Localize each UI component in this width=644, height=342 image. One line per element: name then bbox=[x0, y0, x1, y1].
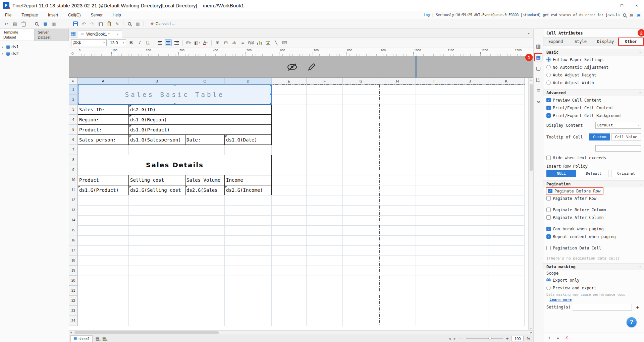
checkbox-paginate-before-column[interactable]: Paginate Before Column bbox=[543, 206, 644, 214]
cell-D10[interactable]: Income bbox=[225, 175, 272, 185]
help-button[interactable]: ? bbox=[627, 317, 637, 327]
column-header-A[interactable]: A bbox=[78, 78, 129, 84]
zoom-slider-thumb[interactable] bbox=[488, 337, 492, 340]
checkbox-pagination-data-cell[interactable]: Pagination Data Cell bbox=[543, 244, 644, 252]
column-header-C[interactable]: C bbox=[185, 78, 225, 84]
checkbox-print-export-cell-content[interactable]: ✓Print/Export Cell Content bbox=[543, 104, 644, 112]
section-data-masking[interactable]: Data masking ▾ bbox=[543, 263, 644, 270]
style-dropdown[interactable]: ❖ Classic L... bbox=[148, 21, 178, 26]
menu-cell-c[interactable]: Cell(C) bbox=[63, 11, 86, 19]
column-header-F[interactable]: F bbox=[307, 78, 343, 84]
insert-chart-button[interactable] bbox=[256, 39, 263, 46]
move-up-button[interactable]: ↑ bbox=[548, 335, 551, 340]
row-header-17[interactable]: 17 bbox=[69, 245, 78, 255]
row-header-6[interactable]: 6 bbox=[69, 135, 78, 145]
hide-preview-icon[interactable] bbox=[286, 63, 298, 71]
insert-image-button[interactable] bbox=[264, 39, 271, 46]
expand-icon[interactable]: ▸ bbox=[2, 52, 5, 55]
row-header-9[interactable]: 9 bbox=[69, 165, 78, 175]
add-dataset-button[interactable]: +▾ bbox=[3, 20, 10, 27]
cell-B10[interactable]: Selling cost bbox=[129, 175, 185, 185]
zoom-in-button[interactable]: + bbox=[506, 336, 509, 341]
selection-handle[interactable] bbox=[78, 103, 79, 105]
row-header-3[interactable]: 3 bbox=[69, 105, 78, 115]
radio-export-only[interactable]: Export only bbox=[543, 276, 644, 284]
section-pagination[interactable]: Pagination ▾ bbox=[543, 180, 644, 187]
dataset-item-ds2[interactable]: ▸ds2 bbox=[2, 50, 67, 57]
add-setting-button[interactable]: + bbox=[634, 304, 641, 310]
zoom-slider[interactable] bbox=[466, 338, 503, 339]
spreadsheet[interactable]: ABCDEFGHIJK12345678910111213141516171819… bbox=[69, 78, 525, 326]
checkbox-repeat-content-when-paging[interactable]: ✓Repeat content when paging bbox=[543, 233, 644, 240]
menu-insert[interactable]: Insert bbox=[43, 11, 63, 19]
row-header-18[interactable]: 18 bbox=[69, 255, 78, 266]
hyperlink-icon[interactable]: ∞ bbox=[534, 98, 542, 106]
row-header-12[interactable]: 12 bbox=[69, 195, 78, 205]
display-content-select[interactable]: Default ▾ bbox=[595, 122, 641, 129]
save-button[interactable] bbox=[72, 20, 79, 27]
scroll-right-icon[interactable]: ▶ bbox=[531, 331, 532, 334]
sheet-tab-sheet1[interactable]: ▦ sheet1 bbox=[70, 335, 93, 342]
tab-list-icon[interactable]: ▾ bbox=[528, 32, 532, 35]
checkbox-preview-cell-content[interactable]: ✓Preview Cell Content bbox=[543, 96, 644, 104]
selection-handle[interactable] bbox=[174, 103, 175, 105]
row-header-10[interactable]: 10 bbox=[69, 175, 78, 185]
delete-setting-button[interactable]: ✗ bbox=[566, 335, 568, 340]
font-size-select[interactable]: 13.0 ▾ bbox=[108, 39, 126, 46]
cell-A10[interactable]: Product bbox=[78, 175, 129, 185]
cell-attributes-icon[interactable]: ▥ bbox=[534, 42, 542, 50]
sidebar-tab-server-dataset[interactable]: ServerDataset bbox=[35, 29, 69, 41]
row-header-4[interactable]: 4 bbox=[69, 115, 78, 125]
tab-expand[interactable]: Expand bbox=[543, 38, 568, 46]
tab-workbook1[interactable]: ⊞ WorkBook1 * × bbox=[78, 30, 122, 38]
dataset-item-ds1[interactable]: ▸ds1 bbox=[2, 44, 67, 50]
connection-button[interactable] bbox=[42, 20, 49, 27]
delete-dataset-button[interactable] bbox=[20, 20, 27, 27]
scroll-down-icon[interactable]: ▼ bbox=[529, 327, 533, 330]
next-page-icon[interactable]: ▶ bbox=[454, 337, 456, 340]
log-status-text[interactable]: Log | Seriously:10:59:25 AWT-EventQueue-… bbox=[424, 13, 620, 17]
cell-B6[interactable]: ds1.G(Salesperson) bbox=[129, 135, 185, 145]
search-icon[interactable] bbox=[623, 13, 626, 17]
cell-B4[interactable]: ds1.G(Region) bbox=[129, 115, 272, 125]
undo-button[interactable]: ↶ bbox=[80, 20, 87, 27]
maximize-button[interactable]: □ bbox=[614, 0, 629, 11]
copy-button[interactable] bbox=[97, 20, 104, 27]
column-header-E[interactable]: E bbox=[272, 78, 307, 84]
vertical-scroll-thumb[interactable] bbox=[530, 84, 533, 171]
expand-icon[interactable]: ▸ bbox=[2, 45, 5, 49]
console-icon[interactable]: ▤ bbox=[630, 13, 633, 17]
wrap-text-button[interactable]: ab bbox=[231, 39, 238, 46]
cell-element-icon[interactable]: ▦1 bbox=[534, 53, 542, 61]
tooltip-custom-input[interactable] bbox=[595, 145, 641, 152]
cell-A1[interactable]: Sales Basic Table bbox=[78, 84, 272, 105]
merge-cells-button[interactable]: ⊞ bbox=[214, 39, 221, 46]
dataset-list-button[interactable]: ▤ bbox=[11, 20, 18, 27]
tooltip-option-cell-value[interactable]: Cell Value bbox=[611, 133, 641, 140]
cell-A11[interactable]: ds1.G(Product) bbox=[78, 185, 129, 195]
row-header-21[interactable]: 21 bbox=[69, 286, 78, 296]
row-header-5[interactable]: 5 bbox=[69, 125, 78, 135]
page-setup-button[interactable]: ▥ bbox=[134, 20, 141, 27]
checkbox-paginate-after-row[interactable]: Paginate After Row bbox=[543, 194, 644, 202]
row-header-14[interactable]: 14 bbox=[69, 215, 78, 225]
row-header-22[interactable]: 22 bbox=[69, 296, 78, 306]
cell-A5[interactable]: Product: bbox=[78, 125, 129, 135]
cell-B5[interactable]: ds1.G(Product) bbox=[129, 125, 272, 135]
cell-D11[interactable]: ds2.G(Income) bbox=[225, 185, 272, 195]
underline-button[interactable]: U bbox=[144, 39, 151, 46]
radio-no-automatic-adjustment[interactable]: No Automatic Adjustment bbox=[543, 63, 644, 71]
align-right-button[interactable] bbox=[173, 39, 180, 46]
row-header-2[interactable]: 2 bbox=[69, 95, 78, 105]
row-header-7[interactable]: 7 bbox=[69, 145, 78, 155]
row-header-11[interactable]: 11 bbox=[69, 185, 78, 195]
minimize-button[interactable]: — bbox=[600, 0, 614, 11]
tab-style[interactable]: Style bbox=[568, 38, 593, 46]
close-tab-icon[interactable]: × bbox=[116, 32, 118, 36]
borders-button[interactable]: ⊞▾ bbox=[185, 39, 192, 46]
checkbox-print-export-cell-background[interactable]: ✓Print/Export Cell Background bbox=[543, 112, 644, 119]
condition-attributes-icon[interactable]: ≣ bbox=[534, 87, 542, 95]
cell-C11[interactable]: ds2.G(Sales bbox=[185, 185, 225, 195]
insert-policy-option-original[interactable]: Original bbox=[611, 170, 641, 177]
selection-handle[interactable] bbox=[270, 94, 272, 95]
